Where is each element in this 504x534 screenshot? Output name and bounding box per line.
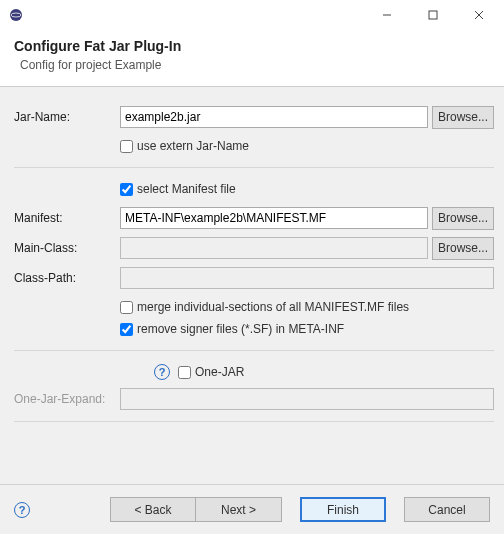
next-button[interactable]: Next > (196, 497, 282, 522)
window-titlebar (0, 0, 504, 30)
dialog-footer: ? < Back Next > Finish Cancel (0, 484, 504, 534)
maximize-button[interactable] (410, 0, 456, 30)
use-extern-checkbox[interactable] (120, 140, 133, 153)
class-path-input (120, 267, 494, 289)
divider (14, 421, 494, 422)
main-class-label: Main-Class: (14, 241, 120, 255)
dialog-subtitle: Config for project Example (14, 58, 490, 72)
merge-checkbox[interactable] (120, 301, 133, 314)
remove-signer-label: remove signer files (*.SF) in META-INF (137, 322, 344, 336)
close-button[interactable] (456, 0, 502, 30)
cancel-button[interactable]: Cancel (404, 497, 490, 522)
one-jar-expand-label: One-Jar-Expand: (14, 392, 120, 406)
finish-button[interactable]: Finish (300, 497, 386, 522)
one-jar-checkbox[interactable] (178, 366, 191, 379)
minimize-button[interactable] (364, 0, 410, 30)
merge-label: merge individual-sections of all MANIFES… (137, 300, 409, 314)
help-icon[interactable]: ? (154, 364, 170, 380)
main-class-input (120, 237, 428, 259)
dialog-title: Configure Fat Jar Plug-In (14, 38, 490, 54)
dialog-content: Jar-Name: Browse... use extern Jar-Name … (0, 87, 504, 442)
jar-name-label: Jar-Name: (14, 110, 120, 124)
divider (14, 350, 494, 351)
dialog-header: Configure Fat Jar Plug-In Config for pro… (0, 30, 504, 87)
help-icon[interactable]: ? (14, 502, 30, 518)
svg-point-0 (10, 9, 22, 21)
main-class-browse-button[interactable]: Browse... (432, 237, 494, 260)
manifest-browse-button[interactable]: Browse... (432, 207, 494, 230)
class-path-label: Class-Path: (14, 271, 120, 285)
select-manifest-checkbox[interactable] (120, 183, 133, 196)
jar-name-input[interactable] (120, 106, 428, 128)
one-jar-expand-input (120, 388, 494, 410)
eclipse-icon (8, 7, 24, 23)
use-extern-label: use extern Jar-Name (137, 139, 249, 153)
divider (14, 167, 494, 168)
svg-rect-3 (429, 11, 437, 19)
back-button[interactable]: < Back (110, 497, 196, 522)
manifest-label: Manifest: (14, 211, 120, 225)
manifest-input[interactable] (120, 207, 428, 229)
select-manifest-label: select Manifest file (137, 182, 236, 196)
one-jar-label: One-JAR (195, 365, 244, 379)
remove-signer-checkbox[interactable] (120, 323, 133, 336)
jar-name-browse-button[interactable]: Browse... (432, 106, 494, 129)
